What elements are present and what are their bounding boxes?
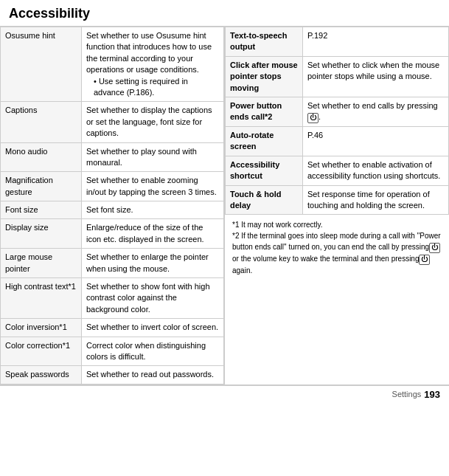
row-desc: Set whether to enable zooming in/out by … (82, 172, 224, 201)
table-row: Text-to-speech outputP.192 (226, 27, 449, 57)
power-icon: ⏻ (307, 113, 319, 123)
left-table: Osusume hintSet whether to use Osusume h… (0, 27, 225, 385)
page-number: 193 (424, 389, 440, 400)
footnote-item: *1 It may not work correctly. (232, 219, 442, 230)
table-row: Osusume hintSet whether to use Osusume h… (1, 27, 224, 102)
row-desc: Set whether to use Osusume hint function… (82, 27, 224, 102)
row-label: Touch & hold delay (226, 185, 303, 215)
footer-label: Settings (392, 390, 422, 399)
row-label: Magnification gesture (1, 172, 82, 201)
power-icon: ⏻ (429, 243, 440, 253)
row-desc: Set whether to read out passwords. (82, 366, 224, 384)
table-row: Magnification gestureSet whether to enab… (1, 172, 224, 201)
row-label: Osusume hint (1, 27, 82, 102)
table-row: Touch & hold delaySet response time for … (226, 185, 449, 215)
table-row: Speak passwordsSet whether to read out p… (1, 366, 224, 384)
row-desc: Set font size. (82, 201, 224, 219)
table-row: CaptionsSet whether to display the capti… (1, 102, 224, 142)
row-label: Power button ends call*2 (226, 97, 303, 126)
row-desc: Set whether to click when the mouse poin… (303, 56, 449, 97)
row-desc: Set response time for operation of touch… (303, 185, 449, 215)
footer: Settings 193 (0, 385, 449, 403)
row-label: Font size (1, 201, 82, 219)
row-desc: P.192 (303, 27, 449, 57)
row-label: Large mouse pointer (1, 249, 82, 278)
row-desc: Set whether to enlarge the pointer when … (82, 249, 224, 278)
table-row: Mono audioSet whether to play sound with… (1, 142, 224, 172)
table-row: High contrast text*1Set whether to show … (1, 278, 224, 319)
row-label: High contrast text*1 (1, 278, 82, 319)
right-table: Text-to-speech outputP.192Click after mo… (225, 27, 449, 385)
table-row: Accessibility shortcutSet whether to ena… (226, 156, 449, 185)
table-row: Large mouse pointerSet whether to enlarg… (1, 249, 224, 278)
row-desc: P.46 (303, 127, 449, 156)
power-icon: ⏻ (419, 255, 430, 265)
table-row: Display sizeEnlarge/reduce of the size o… (1, 219, 224, 249)
row-desc: Set whether to play sound with monaural. (82, 142, 224, 172)
page-header: Accessibility (0, 0, 449, 27)
table-row: Power button ends call*2Set whether to e… (226, 97, 449, 126)
footnote-item: *2 If the terminal goes into sleep mode … (232, 230, 442, 275)
table-row: Auto-rotate screenP.46 (226, 127, 449, 156)
row-desc: Correct color when distinguishing colors… (82, 337, 224, 366)
row-label: Speak passwords (1, 366, 82, 384)
table-row: Color inversion*1Set whether to invert c… (1, 319, 224, 337)
row-desc: Set whether to invert color of screen. (82, 319, 224, 337)
main-content: Osusume hintSet whether to use Osusume h… (0, 27, 449, 385)
row-label: Text-to-speech output (226, 27, 303, 57)
row-desc: Set whether to end calls by pressing ⏻. (303, 97, 449, 126)
row-label: Click after mouse pointer stops moving (226, 56, 303, 97)
row-label: Auto-rotate screen (226, 127, 303, 156)
row-label: Color inversion*1 (1, 319, 82, 337)
row-label: Mono audio (1, 142, 82, 172)
row-label: Captions (1, 102, 82, 142)
row-label: Display size (1, 219, 82, 249)
row-desc: Enlarge/reduce of the size of the icon e… (82, 219, 224, 249)
row-label: Accessibility shortcut (226, 156, 303, 185)
row-desc: Set whether to show font with high contr… (82, 278, 224, 319)
table-row: Font sizeSet font size. (1, 201, 224, 219)
row-desc: Set whether to enable activation of acce… (303, 156, 449, 185)
table-row: Click after mouse pointer stops movingSe… (226, 56, 449, 97)
row-desc: Set whether to display the captions or s… (82, 102, 224, 142)
page-title: Accessibility (9, 6, 440, 21)
table-row: Color correction*1Correct color when dis… (1, 337, 224, 366)
footnotes: *1 It may not work correctly.*2 If the t… (225, 215, 449, 280)
row-label: Color correction*1 (1, 337, 82, 366)
